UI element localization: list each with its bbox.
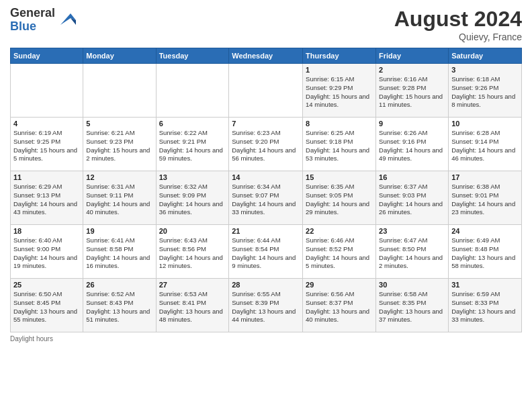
logo-general-text: General (10, 7, 55, 20)
day-number: 12 (86, 173, 152, 181)
day-info: Sunrise: 6:32 AM Sunset: 9:09 PM Dayligh… (159, 183, 226, 217)
calendar-cell: 22Sunrise: 6:46 AM Sunset: 8:52 PM Dayli… (303, 225, 376, 279)
day-number: 8 (306, 120, 373, 128)
calendar-cell: 19Sunrise: 6:41 AM Sunset: 8:58 PM Dayli… (83, 225, 156, 279)
day-info: Sunrise: 6:47 AM Sunset: 8:50 PM Dayligh… (379, 236, 445, 271)
day-number: 20 (159, 227, 226, 235)
day-number: 2 (379, 66, 445, 74)
day-info: Sunrise: 6:40 AM Sunset: 9:00 PM Dayligh… (13, 236, 80, 271)
daylight-note: Daylight hours (10, 335, 53, 342)
calendar-cell: 3Sunrise: 6:18 AM Sunset: 9:26 PM Daylig… (449, 64, 522, 118)
day-header-friday: Friday (376, 48, 449, 64)
day-number: 4 (13, 120, 80, 128)
day-number: 9 (379, 120, 445, 128)
day-info: Sunrise: 6:25 AM Sunset: 9:18 PM Dayligh… (306, 129, 373, 163)
day-number: 31 (451, 281, 519, 289)
calendar-cell: 2Sunrise: 6:16 AM Sunset: 9:28 PM Daylig… (376, 64, 449, 118)
day-number: 30 (379, 281, 445, 289)
day-info: Sunrise: 6:49 AM Sunset: 8:48 PM Dayligh… (451, 236, 519, 271)
day-number: 27 (159, 281, 226, 289)
calendar-week-1: 1Sunrise: 6:15 AM Sunset: 9:29 PM Daylig… (11, 64, 522, 118)
day-info: Sunrise: 6:46 AM Sunset: 8:52 PM Dayligh… (306, 236, 373, 271)
day-info: Sunrise: 6:18 AM Sunset: 9:26 PM Dayligh… (451, 75, 519, 109)
day-header-wednesday: Wednesday (229, 48, 303, 64)
day-info: Sunrise: 6:55 AM Sunset: 8:39 PM Dayligh… (232, 290, 300, 324)
day-info: Sunrise: 6:52 AM Sunset: 8:43 PM Dayligh… (86, 290, 152, 324)
calendar-cell: 24Sunrise: 6:49 AM Sunset: 8:48 PM Dayli… (449, 225, 522, 279)
calendar-cell: 16Sunrise: 6:37 AM Sunset: 9:03 PM Dayli… (376, 171, 449, 225)
day-number: 24 (451, 227, 519, 235)
calendar-table: SundayMondayTuesdayWednesdayThursdayFrid… (10, 48, 522, 332)
calendar-cell: 15Sunrise: 6:35 AM Sunset: 9:05 PM Dayli… (303, 171, 376, 225)
calendar-cell: 6Sunrise: 6:22 AM Sunset: 9:21 PM Daylig… (156, 118, 229, 171)
calendar-cell: 4Sunrise: 6:19 AM Sunset: 9:25 PM Daylig… (11, 118, 83, 171)
day-number: 15 (306, 173, 373, 181)
calendar-cell: 28Sunrise: 6:55 AM Sunset: 8:39 PM Dayli… (229, 279, 303, 332)
day-header-tuesday: Tuesday (156, 48, 229, 64)
calendar-cell: 17Sunrise: 6:38 AM Sunset: 9:01 PM Dayli… (449, 171, 522, 225)
day-number: 21 (232, 227, 300, 235)
day-info: Sunrise: 6:34 AM Sunset: 9:07 PM Dayligh… (232, 183, 300, 217)
calendar-cell: 8Sunrise: 6:25 AM Sunset: 9:18 PM Daylig… (303, 118, 376, 171)
day-number: 14 (232, 173, 300, 181)
footer-note: Daylight hours (10, 335, 522, 342)
calendar-cell: 13Sunrise: 6:32 AM Sunset: 9:09 PM Dayli… (156, 171, 229, 225)
calendar-cell: 31Sunrise: 6:59 AM Sunset: 8:33 PM Dayli… (449, 279, 522, 332)
header: General Blue August 2024 Quievy, France (10, 7, 522, 42)
calendar-cell: 27Sunrise: 6:53 AM Sunset: 8:41 PM Dayli… (156, 279, 229, 332)
month-title: August 2024 (394, 7, 522, 32)
calendar-cell: 1Sunrise: 6:15 AM Sunset: 9:29 PM Daylig… (303, 64, 376, 118)
day-info: Sunrise: 6:21 AM Sunset: 9:23 PM Dayligh… (86, 129, 152, 163)
day-number: 11 (13, 173, 80, 181)
day-number: 26 (86, 281, 152, 289)
calendar-week-3: 11Sunrise: 6:29 AM Sunset: 9:13 PM Dayli… (11, 171, 522, 225)
day-number: 17 (451, 173, 519, 181)
calendar-cell: 5Sunrise: 6:21 AM Sunset: 9:23 PM Daylig… (83, 118, 156, 171)
day-number: 29 (306, 281, 373, 289)
day-info: Sunrise: 6:38 AM Sunset: 9:01 PM Dayligh… (451, 183, 519, 217)
day-header-sunday: Sunday (11, 48, 83, 64)
calendar-cell (229, 64, 303, 118)
day-header-monday: Monday (83, 48, 156, 64)
logo-icon (57, 10, 77, 30)
calendar-cell: 7Sunrise: 6:23 AM Sunset: 9:20 PM Daylig… (229, 118, 303, 171)
day-info: Sunrise: 6:31 AM Sunset: 9:11 PM Dayligh… (86, 183, 152, 217)
day-number: 19 (86, 227, 152, 235)
logo-text: General Blue (10, 7, 55, 34)
day-info: Sunrise: 6:59 AM Sunset: 8:33 PM Dayligh… (451, 290, 519, 324)
calendar-cell: 20Sunrise: 6:43 AM Sunset: 8:56 PM Dayli… (156, 225, 229, 279)
day-number: 16 (379, 173, 445, 181)
day-info: Sunrise: 6:58 AM Sunset: 8:35 PM Dayligh… (379, 290, 445, 324)
svg-marker-0 (60, 13, 76, 25)
day-info: Sunrise: 6:53 AM Sunset: 8:41 PM Dayligh… (159, 290, 226, 324)
day-number: 13 (159, 173, 226, 181)
day-number: 5 (86, 120, 152, 128)
calendar-cell: 30Sunrise: 6:58 AM Sunset: 8:35 PM Dayli… (376, 279, 449, 332)
svg-marker-1 (71, 18, 76, 25)
day-number: 7 (232, 120, 300, 128)
day-info: Sunrise: 6:35 AM Sunset: 9:05 PM Dayligh… (306, 183, 373, 217)
day-info: Sunrise: 6:50 AM Sunset: 8:45 PM Dayligh… (13, 290, 80, 324)
day-info: Sunrise: 6:16 AM Sunset: 9:28 PM Dayligh… (379, 75, 445, 109)
day-info: Sunrise: 6:44 AM Sunset: 8:54 PM Dayligh… (232, 236, 300, 271)
calendar-header-row: SundayMondayTuesdayWednesdayThursdayFrid… (11, 48, 522, 64)
calendar-week-4: 18Sunrise: 6:40 AM Sunset: 9:00 PM Dayli… (11, 225, 522, 279)
day-info: Sunrise: 6:43 AM Sunset: 8:56 PM Dayligh… (159, 236, 226, 271)
day-info: Sunrise: 6:23 AM Sunset: 9:20 PM Dayligh… (232, 129, 300, 163)
calendar-cell (83, 64, 156, 118)
day-number: 28 (232, 281, 300, 289)
day-number: 3 (451, 66, 519, 74)
day-info: Sunrise: 6:41 AM Sunset: 8:58 PM Dayligh… (86, 236, 152, 271)
day-info: Sunrise: 6:28 AM Sunset: 9:14 PM Dayligh… (451, 129, 519, 163)
day-number: 22 (306, 227, 373, 235)
day-number: 18 (13, 227, 80, 235)
calendar-cell: 11Sunrise: 6:29 AM Sunset: 9:13 PM Dayli… (11, 171, 83, 225)
title-block: August 2024 Quievy, France (394, 7, 522, 42)
logo-blue-text: Blue (10, 20, 55, 34)
calendar-cell: 25Sunrise: 6:50 AM Sunset: 8:45 PM Dayli… (11, 279, 83, 332)
calendar-week-2: 4Sunrise: 6:19 AM Sunset: 9:25 PM Daylig… (11, 118, 522, 171)
day-number: 6 (159, 120, 226, 128)
day-number: 10 (451, 120, 519, 128)
calendar-week-5: 25Sunrise: 6:50 AM Sunset: 8:45 PM Dayli… (11, 279, 522, 332)
calendar-cell: 18Sunrise: 6:40 AM Sunset: 9:00 PM Dayli… (11, 225, 83, 279)
